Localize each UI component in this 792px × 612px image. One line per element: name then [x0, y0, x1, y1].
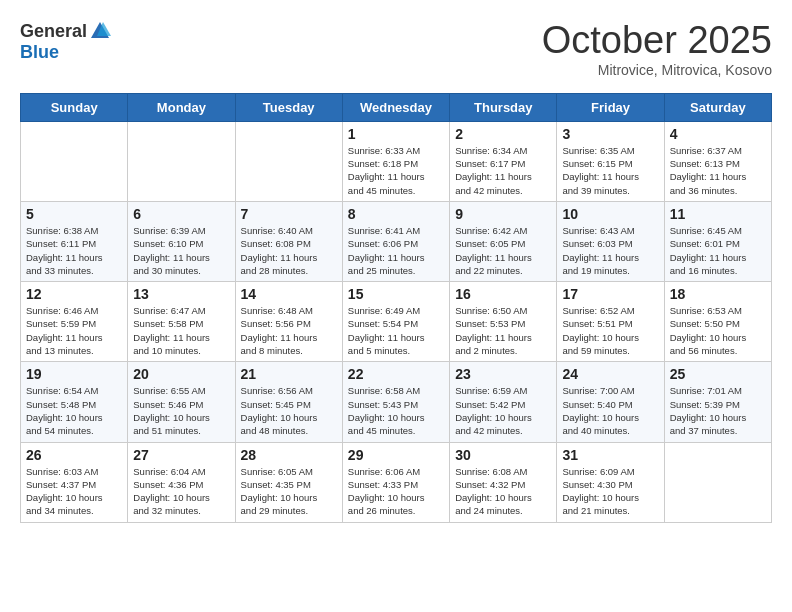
day-number: 10 [562, 206, 658, 222]
week-row-3: 12Sunrise: 6:46 AMSunset: 5:59 PMDayligh… [21, 282, 772, 362]
day-info: Sunrise: 7:01 AMSunset: 5:39 PMDaylight:… [670, 384, 766, 437]
calendar-cell: 4Sunrise: 6:37 AMSunset: 6:13 PMDaylight… [664, 121, 771, 201]
logo-general-text: General [20, 21, 87, 42]
calendar-cell: 2Sunrise: 6:34 AMSunset: 6:17 PMDaylight… [450, 121, 557, 201]
day-info: Sunrise: 6:09 AMSunset: 4:30 PMDaylight:… [562, 465, 658, 518]
calendar-cell: 11Sunrise: 6:45 AMSunset: 6:01 PMDayligh… [664, 201, 771, 281]
calendar-cell: 25Sunrise: 7:01 AMSunset: 5:39 PMDayligh… [664, 362, 771, 442]
header-thursday: Thursday [450, 93, 557, 121]
day-number: 28 [241, 447, 337, 463]
day-number: 25 [670, 366, 766, 382]
day-number: 2 [455, 126, 551, 142]
day-number: 13 [133, 286, 229, 302]
day-info: Sunrise: 6:49 AMSunset: 5:54 PMDaylight:… [348, 304, 444, 357]
day-number: 30 [455, 447, 551, 463]
header-friday: Friday [557, 93, 664, 121]
calendar-cell: 16Sunrise: 6:50 AMSunset: 5:53 PMDayligh… [450, 282, 557, 362]
calendar-cell: 15Sunrise: 6:49 AMSunset: 5:54 PMDayligh… [342, 282, 449, 362]
calendar-cell: 27Sunrise: 6:04 AMSunset: 4:36 PMDayligh… [128, 442, 235, 522]
calendar-cell: 7Sunrise: 6:40 AMSunset: 6:08 PMDaylight… [235, 201, 342, 281]
day-info: Sunrise: 6:52 AMSunset: 5:51 PMDaylight:… [562, 304, 658, 357]
calendar-cell: 28Sunrise: 6:05 AMSunset: 4:35 PMDayligh… [235, 442, 342, 522]
day-number: 19 [26, 366, 122, 382]
day-number: 20 [133, 366, 229, 382]
logo-blue-text: Blue [20, 42, 59, 62]
calendar-cell: 8Sunrise: 6:41 AMSunset: 6:06 PMDaylight… [342, 201, 449, 281]
calendar-cell [664, 442, 771, 522]
calendar-cell: 18Sunrise: 6:53 AMSunset: 5:50 PMDayligh… [664, 282, 771, 362]
calendar-cell: 20Sunrise: 6:55 AMSunset: 5:46 PMDayligh… [128, 362, 235, 442]
week-row-1: 1Sunrise: 6:33 AMSunset: 6:18 PMDaylight… [21, 121, 772, 201]
day-number: 29 [348, 447, 444, 463]
day-info: Sunrise: 6:05 AMSunset: 4:35 PMDaylight:… [241, 465, 337, 518]
logo-icon [89, 20, 111, 42]
calendar-cell: 17Sunrise: 6:52 AMSunset: 5:51 PMDayligh… [557, 282, 664, 362]
day-info: Sunrise: 6:47 AMSunset: 5:58 PMDaylight:… [133, 304, 229, 357]
day-number: 23 [455, 366, 551, 382]
calendar-cell: 9Sunrise: 6:42 AMSunset: 6:05 PMDaylight… [450, 201, 557, 281]
day-info: Sunrise: 6:41 AMSunset: 6:06 PMDaylight:… [348, 224, 444, 277]
calendar-cell [235, 121, 342, 201]
calendar-cell [21, 121, 128, 201]
location-subtitle: Mitrovice, Mitrovica, Kosovo [542, 62, 772, 78]
calendar-cell: 31Sunrise: 6:09 AMSunset: 4:30 PMDayligh… [557, 442, 664, 522]
day-info: Sunrise: 6:04 AMSunset: 4:36 PMDaylight:… [133, 465, 229, 518]
weekday-header-row: Sunday Monday Tuesday Wednesday Thursday… [21, 93, 772, 121]
calendar-cell: 6Sunrise: 6:39 AMSunset: 6:10 PMDaylight… [128, 201, 235, 281]
calendar-cell: 26Sunrise: 6:03 AMSunset: 4:37 PMDayligh… [21, 442, 128, 522]
calendar-cell: 23Sunrise: 6:59 AMSunset: 5:42 PMDayligh… [450, 362, 557, 442]
day-number: 15 [348, 286, 444, 302]
day-number: 12 [26, 286, 122, 302]
day-info: Sunrise: 6:34 AMSunset: 6:17 PMDaylight:… [455, 144, 551, 197]
day-info: Sunrise: 6:08 AMSunset: 4:32 PMDaylight:… [455, 465, 551, 518]
day-number: 3 [562, 126, 658, 142]
calendar-cell: 1Sunrise: 6:33 AMSunset: 6:18 PMDaylight… [342, 121, 449, 201]
week-row-4: 19Sunrise: 6:54 AMSunset: 5:48 PMDayligh… [21, 362, 772, 442]
header-saturday: Saturday [664, 93, 771, 121]
day-info: Sunrise: 6:56 AMSunset: 5:45 PMDaylight:… [241, 384, 337, 437]
day-number: 27 [133, 447, 229, 463]
day-number: 26 [26, 447, 122, 463]
day-number: 1 [348, 126, 444, 142]
day-info: Sunrise: 6:42 AMSunset: 6:05 PMDaylight:… [455, 224, 551, 277]
day-number: 8 [348, 206, 444, 222]
day-number: 9 [455, 206, 551, 222]
day-number: 11 [670, 206, 766, 222]
day-info: Sunrise: 6:48 AMSunset: 5:56 PMDaylight:… [241, 304, 337, 357]
day-number: 6 [133, 206, 229, 222]
title-block: October 2025 Mitrovice, Mitrovica, Kosov… [542, 20, 772, 78]
day-number: 31 [562, 447, 658, 463]
logo: General Blue [20, 20, 111, 63]
day-info: Sunrise: 6:58 AMSunset: 5:43 PMDaylight:… [348, 384, 444, 437]
header-monday: Monday [128, 93, 235, 121]
day-info: Sunrise: 6:33 AMSunset: 6:18 PMDaylight:… [348, 144, 444, 197]
day-number: 16 [455, 286, 551, 302]
day-info: Sunrise: 6:54 AMSunset: 5:48 PMDaylight:… [26, 384, 122, 437]
day-info: Sunrise: 6:35 AMSunset: 6:15 PMDaylight:… [562, 144, 658, 197]
calendar-cell: 22Sunrise: 6:58 AMSunset: 5:43 PMDayligh… [342, 362, 449, 442]
day-number: 5 [26, 206, 122, 222]
calendar-cell: 19Sunrise: 6:54 AMSunset: 5:48 PMDayligh… [21, 362, 128, 442]
day-number: 7 [241, 206, 337, 222]
day-info: Sunrise: 6:50 AMSunset: 5:53 PMDaylight:… [455, 304, 551, 357]
calendar-cell: 5Sunrise: 6:38 AMSunset: 6:11 PMDaylight… [21, 201, 128, 281]
calendar-cell: 12Sunrise: 6:46 AMSunset: 5:59 PMDayligh… [21, 282, 128, 362]
calendar-cell [128, 121, 235, 201]
day-number: 22 [348, 366, 444, 382]
week-row-5: 26Sunrise: 6:03 AMSunset: 4:37 PMDayligh… [21, 442, 772, 522]
day-info: Sunrise: 6:53 AMSunset: 5:50 PMDaylight:… [670, 304, 766, 357]
day-info: Sunrise: 6:06 AMSunset: 4:33 PMDaylight:… [348, 465, 444, 518]
header: General Blue October 2025 Mitrovice, Mit… [20, 20, 772, 78]
week-row-2: 5Sunrise: 6:38 AMSunset: 6:11 PMDaylight… [21, 201, 772, 281]
day-info: Sunrise: 6:40 AMSunset: 6:08 PMDaylight:… [241, 224, 337, 277]
day-number: 4 [670, 126, 766, 142]
day-info: Sunrise: 6:03 AMSunset: 4:37 PMDaylight:… [26, 465, 122, 518]
calendar-cell: 21Sunrise: 6:56 AMSunset: 5:45 PMDayligh… [235, 362, 342, 442]
header-tuesday: Tuesday [235, 93, 342, 121]
calendar-cell: 24Sunrise: 7:00 AMSunset: 5:40 PMDayligh… [557, 362, 664, 442]
month-title: October 2025 [542, 20, 772, 62]
day-info: Sunrise: 6:43 AMSunset: 6:03 PMDaylight:… [562, 224, 658, 277]
day-info: Sunrise: 7:00 AMSunset: 5:40 PMDaylight:… [562, 384, 658, 437]
calendar-cell: 13Sunrise: 6:47 AMSunset: 5:58 PMDayligh… [128, 282, 235, 362]
day-info: Sunrise: 6:45 AMSunset: 6:01 PMDaylight:… [670, 224, 766, 277]
